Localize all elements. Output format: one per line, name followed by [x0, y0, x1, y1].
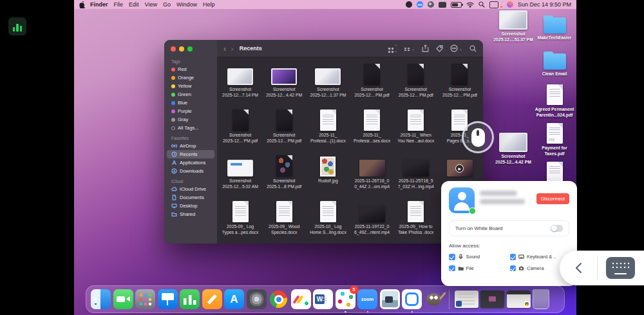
zoom-window-button[interactable] [187, 46, 193, 52]
spotlight-search-icon[interactable] [478, 1, 485, 8]
status-app-dark-icon[interactable] [406, 1, 412, 8]
floating-stats-button[interactable] [8, 17, 26, 35]
keyboard-checkbox[interactable] [510, 254, 516, 260]
file-item[interactable]: Screenshot 2025-12... PM.pdf [394, 59, 438, 105]
menu-window[interactable]: Window [176, 1, 197, 8]
dock-finder-icon[interactable] [91, 289, 111, 309]
dock-zoom-icon[interactable]: zoom [357, 289, 377, 309]
sidebar-tag-green[interactable]: Green [167, 90, 214, 99]
sidebar-tag-gray[interactable]: Gray [167, 115, 214, 124]
collapse-panel-button[interactable] [560, 262, 597, 274]
sidebar-all-tags[interactable]: All Tags... [167, 124, 214, 132]
icon-view-button[interactable]: ⌃⌄ [388, 44, 397, 53]
dock-slack-icon[interactable]: 5 [336, 289, 355, 309]
sidebar-item-documents[interactable]: Documents [167, 193, 214, 202]
file-item[interactable]: Screenshot 2025-12...4.42 PM [262, 59, 306, 105]
menu-help[interactable]: Help [203, 1, 215, 8]
dock-gimp-icon[interactable] [424, 289, 444, 309]
file-item[interactable]: 2025-10_ Log Home S...ling.docx [306, 196, 350, 242]
dock-screen-mirror-icon[interactable] [402, 289, 422, 309]
group-by-button[interactable]: ⌄ [404, 46, 415, 51]
file-item[interactable]: Screenshot 2025-12... PM.pdf [438, 59, 482, 105]
apple-menu-icon[interactable] [79, 1, 85, 8]
disconnect-button[interactable]: Disconnect [536, 193, 569, 204]
file-checkbox[interactable] [449, 265, 455, 272]
status-mirror-app-icon[interactable] [428, 1, 434, 8]
share-icon[interactable] [422, 44, 429, 52]
sidebar-item-applications[interactable]: Applications [167, 158, 214, 167]
permission-keyboard: Keyboard & .. [510, 254, 570, 260]
dock-minimized-browser-window[interactable] [507, 291, 531, 308]
dock-monday-icon[interactable] [291, 289, 311, 309]
dock-numbers-icon[interactable] [180, 289, 200, 309]
sidebar-tag-orange[interactable]: Orange [167, 73, 214, 82]
desktop-icon-partial-doc[interactable] [526, 162, 576, 182]
file-item[interactable]: 2025-11_ Professi...(1).docx [306, 105, 350, 151]
dock-pages-icon[interactable] [202, 289, 222, 309]
desktop-icon-maketecheasier[interactable]: MakeTechEasier [526, 14, 576, 41]
close-window-button[interactable] [171, 46, 176, 52]
dock-trash-icon[interactable] [533, 289, 549, 309]
minimize-window-button[interactable] [179, 46, 184, 52]
camera-checkbox[interactable] [510, 265, 516, 272]
dock-chrome-icon[interactable] [269, 289, 289, 309]
sidebar-item-recents[interactable]: Recents [167, 150, 214, 158]
file-item[interactable]: 2025-09_ How to Take Photos .docx [394, 196, 438, 242]
dock-appstore-icon[interactable]: A [224, 289, 244, 309]
menu-go[interactable]: Go [163, 1, 171, 8]
file-item[interactable]: 2025-11_ Professi...ses.docx [350, 105, 393, 151]
file-item[interactable]: Rudolf.jpg [306, 151, 350, 196]
whiteboard-toggle[interactable] [551, 225, 563, 232]
sidebar-tag-blue[interactable]: Blue [167, 99, 214, 107]
dock-word-icon[interactable] [313, 289, 333, 309]
file-item[interactable]: 2025-09_ Log Types a...pes.docx [218, 196, 262, 242]
file-item[interactable]: 2025-11-26T16_0 0_44Z J...om.mp4 [350, 151, 393, 196]
tag-icon[interactable] [436, 45, 443, 52]
forward-button[interactable]: › [231, 44, 233, 53]
sidebar-item-airdrop[interactable]: AirDrop [167, 142, 214, 150]
file-item[interactable]: Screenshot 2025-12...1.37 PM [306, 59, 350, 105]
menu-edit[interactable]: Edit [129, 1, 139, 8]
menubar-clock[interactable]: Sun Dec 14 9:50 PM [518, 1, 571, 8]
sidebar-tag-red[interactable]: Red [167, 65, 214, 73]
status-screenshare-icon[interactable] [507, 1, 513, 8]
sidebar-tag-purple[interactable]: Purple [167, 107, 214, 115]
menu-view[interactable]: View [145, 1, 157, 8]
wifi-icon[interactable] [466, 2, 474, 8]
search-icon[interactable] [469, 45, 477, 52]
file-item[interactable]: Screenshot 2025-1...8 PM.pdf [262, 151, 306, 196]
status-cast-icon[interactable] [439, 2, 446, 8]
battery-icon[interactable] [451, 2, 462, 8]
more-actions-button[interactable]: ⌄ [450, 44, 462, 52]
file-item[interactable]: Screenshot 2025-12... PM.pdf [218, 105, 262, 151]
virtual-keyboard-button[interactable] [606, 257, 635, 279]
file-item[interactable]: Screenshot 2025-12... PM.pdf [262, 105, 306, 151]
desktop-icon-agreed-pdf[interactable]: Agreed Permanent Parentin...024.pdf [526, 84, 576, 118]
dock-facetime-icon[interactable] [113, 289, 133, 309]
dock-settings-icon[interactable] [247, 289, 267, 309]
status-zoom-icon[interactable]: zm [417, 1, 423, 8]
file-item[interactable]: 2025-11-25T18_5 7_03Z H...ing.mp4 [394, 151, 438, 196]
menu-finder[interactable]: Finder [90, 1, 108, 8]
file-item[interactable]: 2025-11_ When You Nee...aul.docx [394, 105, 438, 151]
file-item[interactable]: Screenshot 2025-12...5.02 AM [218, 151, 262, 196]
display-status-icon[interactable] [489, 1, 498, 8]
sidebar-item-icloud-drive[interactable]: iCloud Drive [167, 185, 214, 193]
dock-keynote-icon[interactable] [158, 289, 178, 309]
sound-checkbox[interactable] [449, 254, 455, 260]
file-item[interactable]: Screenshot 2025-12... PM.pdf [350, 59, 393, 105]
desktop-icon-clean-email[interactable]: Clean Email [526, 50, 576, 77]
menu-file[interactable]: File [114, 1, 124, 8]
dock-launchpad-icon[interactable] [135, 289, 155, 309]
dock-minimized-word-window[interactable] [455, 291, 478, 308]
file-item[interactable]: 2025-09_ Wood Species.docx [262, 196, 306, 242]
file-item[interactable]: 2025-11-19T22_0 6_49Z...ntent.mp4 [350, 196, 393, 242]
sidebar-item-desktop[interactable]: Desktop [167, 202, 214, 210]
dock-screenshot-viewer-icon[interactable] [380, 289, 400, 309]
sidebar-tag-yellow[interactable]: Yellow [167, 82, 214, 90]
sidebar-item-shared[interactable]: Shared [167, 210, 214, 218]
file-item[interactable]: Screenshot 2025-12...7.14 PM [218, 59, 262, 105]
back-button[interactable]: ‹ [223, 44, 226, 53]
sidebar-item-downloads[interactable]: Downloads [167, 167, 214, 175]
dock-minimized-gimp-window[interactable] [480, 291, 504, 308]
